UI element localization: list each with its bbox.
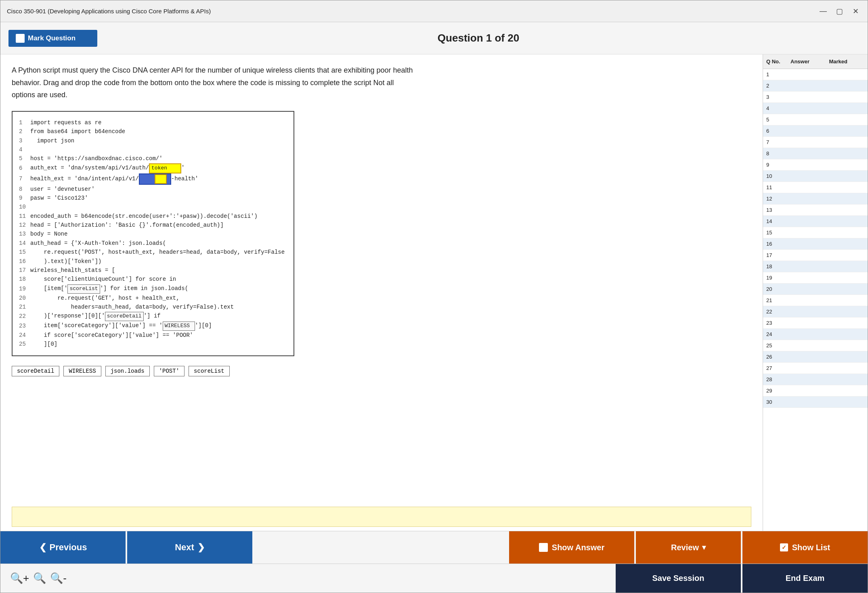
sidebar-cell-qno: 22 [765, 308, 789, 315]
drop-zone-health[interactable] [139, 173, 171, 185]
sidebar-row: 15 [763, 227, 868, 238]
code-line-9: 9pasw = 'Cisco123' [19, 194, 287, 203]
code-line-3: 3 import json [19, 136, 287, 145]
show-answer-button[interactable]: Show Answer [509, 531, 634, 564]
end-exam-button[interactable]: End Exam [742, 564, 868, 593]
code-line-12: 12head = ['Authorization': 'Basic {}'.fo… [19, 221, 287, 230]
sidebar-row: 3 [763, 92, 868, 103]
sidebar-cell-answer [789, 195, 828, 203]
close-button[interactable]: ✕ [850, 6, 861, 17]
sidebar-cell-marked [828, 398, 866, 406]
sidebar-row: 26 [763, 351, 868, 363]
zoom-in-button[interactable]: 🔍+ [10, 572, 29, 585]
review-button[interactable]: Review ▾ [636, 531, 741, 564]
nav-row-1: Previous Next Show Answer Review ▾ Show … [0, 531, 868, 564]
hint-area [12, 507, 751, 527]
drag-option-jsonloads[interactable]: json.loads [105, 366, 150, 376]
sidebar-cell-marked [828, 330, 866, 338]
code-block: 1import requests as re 2from base64 impo… [12, 111, 294, 356]
sidebar-header: Q No. Answer Marked [763, 54, 868, 69]
main-window: Cisco 350-901 (Developing Applications u… [0, 0, 868, 593]
sidebar-row: 25 [763, 340, 868, 351]
mark-question-button[interactable]: Mark Question [8, 30, 97, 47]
sidebar-cell-qno: 23 [765, 319, 789, 327]
previous-label: Previous [50, 542, 87, 553]
sidebar-cell-qno: 29 [765, 387, 789, 395]
next-label: Next [175, 542, 194, 553]
sidebar-cell-answer [789, 296, 828, 304]
sidebar-cell-answer [789, 398, 828, 406]
sidebar-row: 12 [763, 193, 868, 205]
sidebar-cell-answer [789, 127, 828, 135]
sidebar-col-qno: Q No. [765, 58, 789, 65]
drag-option-post[interactable]: 'POST' [154, 366, 185, 376]
code-line-14: 14auth_head = {'X-Auth-Token': json.load… [19, 239, 287, 248]
sidebar-cell-qno: 6 [765, 127, 789, 135]
sidebar-cell-answer [789, 71, 828, 78]
bottom-navigation: Previous Next Show Answer Review ▾ Show … [0, 531, 868, 593]
main-area: A Python script must query the Cisco DNA… [0, 54, 868, 531]
code-line-24: 24 if score['scoreCategory']['value'] ==… [19, 331, 287, 340]
nav-row2-spacer [76, 564, 616, 593]
drop-zone-scorelist[interactable]: scoreList [67, 284, 100, 294]
drop-zone-scoredetail[interactable]: scoreDetail [105, 312, 144, 321]
sidebar-cell-answer [789, 319, 828, 327]
code-line-16: 16 ).text)['Token']) [19, 257, 287, 266]
sidebar-row: 23 [763, 317, 868, 329]
code-line-18: 18 score['clientUniqueCount'] for score … [19, 275, 287, 284]
sidebar-cell-answer [789, 116, 828, 123]
sidebar-row: 21 [763, 295, 868, 306]
drag-option-scoredetail[interactable]: scoreDetail [12, 366, 59, 376]
title-bar: Cisco 350-901 (Developing Applications u… [0, 0, 868, 22]
zoom-out-button[interactable]: 🔍- [50, 572, 67, 585]
save-session-label: Save Session [652, 574, 704, 583]
drop-zone-token[interactable]: token [149, 163, 181, 173]
sidebar-row: 9 [763, 159, 868, 171]
save-session-button[interactable]: Save Session [616, 564, 741, 593]
show-answer-icon [539, 543, 548, 552]
sidebar-cell-qno: 7 [765, 138, 789, 146]
sidebar-scroll[interactable]: 1 2 3 4 5 6 7 8 [763, 69, 868, 531]
sidebar-cell-answer [789, 285, 828, 293]
drag-option-wireless[interactable]: WIRELESS [63, 366, 101, 376]
sidebar-cell-answer [789, 184, 828, 191]
show-list-button[interactable]: Show List [742, 531, 868, 564]
sidebar-row: 4 [763, 103, 868, 114]
previous-button[interactable]: Previous [0, 531, 126, 564]
sidebar-cell-marked [828, 353, 866, 361]
sidebar-cell-marked [828, 229, 866, 236]
next-chevron-icon [197, 542, 205, 553]
sidebar-cell-answer [789, 172, 828, 180]
sidebar-cell-marked [828, 376, 866, 383]
code-line-4: 4 [19, 145, 287, 154]
sidebar-cell-marked [828, 308, 866, 315]
drag-option-scorelist[interactable]: scoreList [189, 366, 230, 376]
code-line-21: 21 headers=auth_head, data=body, verify=… [19, 303, 287, 311]
sidebar-cell-qno: 4 [765, 104, 789, 112]
code-line-7: 7health_ext = 'dna/intent/api/v1/ -healt… [19, 173, 287, 185]
show-list-checkbox-icon [780, 543, 788, 551]
sidebar-row: 22 [763, 306, 868, 317]
maximize-button[interactable]: ▢ [834, 6, 845, 17]
sidebar-cell-answer [789, 217, 828, 225]
minimize-button[interactable]: — [818, 6, 829, 17]
sidebar-col-answer: Answer [789, 58, 828, 65]
sidebar-col-marked: Marked [828, 58, 866, 65]
nav-spacer [252, 531, 509, 564]
sidebar-row: 6 [763, 125, 868, 137]
sidebar-cell-marked [828, 342, 866, 349]
sidebar-cell-qno: 28 [765, 376, 789, 383]
zoom-reset-button[interactable]: 🔍 [33, 572, 46, 585]
code-line-1: 1import requests as re [19, 118, 287, 127]
sidebar-cell-qno: 27 [765, 364, 789, 372]
drop-indicator [155, 174, 167, 184]
drop-zone-wireless[interactable]: WIRELESS [163, 322, 195, 331]
sidebar-cell-qno: 3 [765, 93, 789, 101]
review-label: Review [671, 543, 699, 552]
sidebar-row: 24 [763, 329, 868, 340]
next-button[interactable]: Next [127, 531, 252, 564]
sidebar-cell-qno: 13 [765, 206, 789, 214]
sidebar-cell-qno: 14 [765, 217, 789, 225]
code-line-25: 25 ][0] [19, 340, 287, 349]
sidebar-row: 17 [763, 250, 868, 261]
